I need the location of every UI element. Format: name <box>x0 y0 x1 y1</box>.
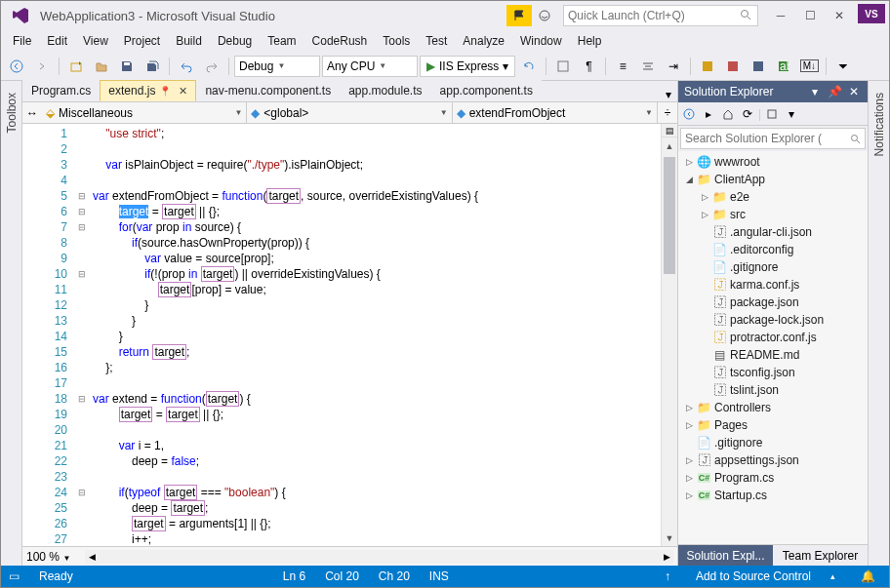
vertical-scrollbar[interactable]: ▲ ▼ <box>661 137 677 546</box>
save-all-button[interactable] <box>141 55 164 78</box>
status-notify-icon[interactable]: 🔔 <box>855 569 881 583</box>
toolbar-btn-a[interactable] <box>696 55 719 78</box>
nav-type-combo[interactable]: ◆<global>▼ <box>247 102 452 123</box>
se-fwd-icon[interactable]: ▸ <box>700 104 717 124</box>
menu-project[interactable]: Project <box>116 31 168 51</box>
tree-node--gitignore[interactable]: 📄.gitignore <box>678 434 868 451</box>
vscroll-thumb[interactable] <box>664 157 675 274</box>
solution-explorer-title-bar[interactable]: Solution Explorer ▾ 📌 ✕ <box>678 81 868 102</box>
tab-nav-menu-component-ts[interactable]: nav-menu.component.ts <box>196 80 340 101</box>
panel-dropdown-icon[interactable]: ▾ <box>807 85 823 98</box>
menu-debug[interactable]: Debug <box>210 31 260 51</box>
nav-member-combo[interactable]: ◆extendFromObject▼ <box>453 102 658 123</box>
menu-tools[interactable]: Tools <box>375 31 418 51</box>
tree-node-package-json[interactable]: 🇯package.json <box>678 294 868 311</box>
menu-view[interactable]: View <box>75 31 116 51</box>
tab-app-component-ts[interactable]: app.component.ts <box>431 80 542 101</box>
menu-help[interactable]: Help <box>570 31 610 51</box>
menu-team[interactable]: Team <box>260 31 303 51</box>
tabs-overflow[interactable]: ▾ <box>660 88 677 101</box>
menu-edit[interactable]: Edit <box>39 31 75 51</box>
nav-back-button[interactable] <box>5 55 28 78</box>
menu-file[interactable]: File <box>5 31 39 51</box>
tree-node-tsconfig-json[interactable]: 🇯tsconfig.json <box>678 364 868 381</box>
toolbar-btn-e[interactable]: M↓ <box>797 55 821 78</box>
solution-search-input[interactable] <box>685 132 850 145</box>
panel-close-icon[interactable]: ✕ <box>846 85 862 98</box>
se-back-icon[interactable] <box>680 104 698 124</box>
toolbar-btn-b[interactable] <box>721 55 745 78</box>
solution-tree[interactable]: ▷🌐wwwroot◢📁ClientApp▷📁e2e▷📁src🇯.angular-… <box>678 151 868 544</box>
nav-target-icon[interactable]: ↔ <box>22 102 42 123</box>
tree-node-Program-cs[interactable]: ▷C#Program.cs <box>678 469 868 487</box>
tree-node-karma-conf-js[interactable]: 🇯karma.conf.js <box>678 276 868 294</box>
pin-icon[interactable]: 📍 <box>159 86 171 97</box>
toolbar-indent[interactable]: ⇥ <box>662 55 685 78</box>
tree-node-e2e[interactable]: ▷📁e2e <box>678 188 868 206</box>
new-project-button[interactable] <box>64 55 88 78</box>
start-debug-button[interactable]: ▶IIS Express▾ <box>420 56 515 77</box>
se-sync-icon[interactable]: ⟳ <box>739 104 756 124</box>
se-home-icon[interactable] <box>719 104 737 124</box>
expand-icon[interactable]: ◢ <box>684 175 694 184</box>
menu-coderush[interactable]: CodeRush <box>304 31 376 51</box>
panel-tab-Team-Explorer[interactable]: Team Explorer <box>773 545 868 566</box>
open-file-button[interactable] <box>90 55 113 78</box>
menu-test[interactable]: Test <box>418 31 455 51</box>
nav-scope-combo[interactable]: ⬙Miscellaneous▼ <box>42 102 247 123</box>
panel-pin-icon[interactable]: 📌 <box>827 85 842 98</box>
tree-node-ClientApp[interactable]: ◢📁ClientApp <box>678 171 868 188</box>
tab-Program-cs[interactable]: Program.cs <box>22 80 100 101</box>
expand-icon[interactable]: ▷ <box>684 403 694 412</box>
expand-icon[interactable]: ▷ <box>684 490 694 500</box>
tab-app-module-ts[interactable]: app.module.ts <box>340 80 430 101</box>
tree-node-protractor-conf-js[interactable]: 🇯protractor.conf.js <box>678 329 868 346</box>
tree-node-Controllers[interactable]: ▷📁Controllers <box>678 399 868 416</box>
toolbar-btn-2[interactable]: ¶ <box>577 55 600 78</box>
nav-fwd-button[interactable] <box>30 55 54 78</box>
expand-icon[interactable]: ▷ <box>684 473 694 483</box>
redo-button[interactable] <box>200 55 223 78</box>
toolbar-overflow[interactable]: ⏷ <box>831 55 855 78</box>
toolbar-align-center[interactable] <box>636 55 660 78</box>
code-editor[interactable]: 1234567891011121314151617181920212223242… <box>22 124 677 546</box>
expand-icon[interactable]: ▷ <box>700 192 709 202</box>
tree-node-src[interactable]: ▷📁src <box>678 206 868 223</box>
feedback-smile-icon[interactable] <box>532 5 557 26</box>
close-button[interactable]: ✕ <box>825 4 854 27</box>
menu-window[interactable]: Window <box>512 31 570 51</box>
platform-combo[interactable]: Any CPU▼ <box>322 56 418 77</box>
tree-node-README-md[interactable]: ▤README.md <box>678 346 868 364</box>
code-folding-gutter[interactable]: ⊟⊟⊟⊟⊟⊟ <box>75 124 89 546</box>
solution-search[interactable] <box>680 128 866 149</box>
tree-node-tslint-json[interactable]: 🇯tslint.json <box>678 381 868 399</box>
vs-account-badge[interactable]: VS <box>858 4 885 23</box>
tree-node-Startup-cs[interactable]: ▷C#Startup.cs <box>678 487 868 504</box>
split-editor-button[interactable]: ÷ <box>658 102 677 123</box>
toolbar-btn-1[interactable] <box>551 55 575 78</box>
horizontal-scrollbar[interactable]: ◀ ▶ <box>85 550 673 564</box>
se-showall-icon[interactable] <box>763 104 781 124</box>
tree-node-Pages[interactable]: ▷📁Pages <box>678 416 868 434</box>
scroll-up-arrow[interactable]: ▲ <box>662 137 677 154</box>
tree-node-appsettings-json[interactable]: ▷🇯appsettings.json <box>678 451 868 469</box>
tree-node--gitignore[interactable]: 📄.gitignore <box>678 258 868 276</box>
notifications-tab[interactable]: Notifications <box>870 85 888 164</box>
expand-icon[interactable]: ▷ <box>684 157 694 167</box>
scroll-down-arrow[interactable]: ▼ <box>662 529 677 546</box>
quick-launch[interactable] <box>563 5 758 26</box>
browser-link-refresh-button[interactable] <box>517 55 541 78</box>
tree-node--angular-cli-json[interactable]: 🇯.angular-cli.json <box>678 223 868 241</box>
code-text-area[interactable]: "use strict"; var isPlainObject = requir… <box>89 124 661 546</box>
maximize-button[interactable]: ☐ <box>795 4 825 27</box>
save-button[interactable] <box>115 55 139 78</box>
hscroll-right[interactable]: ▶ <box>660 550 673 564</box>
hscroll-left[interactable]: ◀ <box>85 550 99 564</box>
close-tab-icon[interactable]: ✕ <box>179 85 187 98</box>
toolbar-btn-c[interactable] <box>747 55 770 78</box>
quick-launch-input[interactable] <box>568 9 740 22</box>
feedback-flag-icon[interactable] <box>506 5 532 26</box>
undo-button[interactable] <box>175 55 198 78</box>
source-control-up-icon[interactable]: ↑ <box>659 569 676 583</box>
tree-node-wwwroot[interactable]: ▷🌐wwwroot <box>678 153 868 171</box>
